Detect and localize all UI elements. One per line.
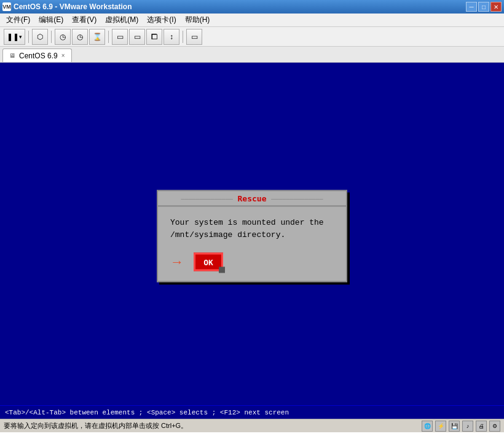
maximize-button[interactable]: □ (478, 2, 489, 12)
toolbar-separator-2 (51, 31, 52, 43)
toolbar-separator-3 (108, 31, 109, 43)
tab-close-button[interactable]: × (61, 52, 65, 59)
vm-icon: VM (2, 2, 11, 11)
snapshot-button[interactable]: ⌛ (89, 29, 105, 45)
vm-display-area[interactable]: Rescue Your system is mounted under the … (0, 63, 504, 419)
pause-icon: ❚❚ (7, 33, 19, 41)
send-key-button[interactable]: ⬡ (32, 29, 48, 45)
tab-centos69[interactable]: 🖥 CentOS 6.9 × (2, 49, 72, 62)
settings-icon: ⚙ (489, 421, 500, 432)
dialog-title: Rescue (158, 192, 346, 207)
title-bar-controls: ─ □ ✕ (466, 2, 502, 12)
rescue-dialog: Rescue Your system is mounted under the … (157, 190, 347, 282)
tab-label: CentOS 6.9 (19, 52, 58, 60)
stretch-icon: ↕ (170, 33, 173, 41)
tab-vm-icon: 🖥 (9, 52, 15, 59)
tab-bar: 🖥 CentOS 6.9 × (0, 47, 504, 63)
fit-button[interactable]: ⧠ (146, 29, 162, 45)
console-button[interactable]: ▭ (186, 29, 202, 45)
dialog-body-line1: Your system is mounted under the (170, 218, 324, 227)
menu-file[interactable]: 文件(F) (2, 14, 34, 26)
fullscreen-button[interactable]: ▭ (112, 29, 128, 45)
status-bar-text: <Tab>/<Alt-Tab> between elements ; <Spac… (5, 409, 289, 416)
menu-view[interactable]: 查看(V) (68, 14, 100, 26)
info-bar-text: 要将输入定向到该虚拟机，请在虚拟机内部单击或按 Ctrl+G。 (4, 421, 187, 430)
screenshot-button[interactable]: ◷ (55, 29, 71, 45)
menu-help[interactable]: 帮助(H) (181, 14, 214, 26)
title-bar-left: VM CentOS 6.9 - VMware Workstation (2, 2, 132, 11)
record-button[interactable]: ◷ (72, 29, 88, 45)
record-icon: ◷ (77, 33, 83, 41)
window-title: CentOS 6.9 - VMware Workstation (14, 2, 132, 11)
pause-button[interactable]: ❚❚ ▾ (4, 29, 25, 45)
disk-icon: 💾 (449, 421, 460, 432)
menu-tabs[interactable]: 选项卡(I) (143, 14, 179, 26)
menu-vm[interactable]: 虚拟机(M) (101, 14, 142, 26)
menu-bar: 文件(F) 编辑(E) 查看(V) 虚拟机(M) 选项卡(I) 帮助(H) (0, 14, 504, 27)
vm-status-bar: <Tab>/<Alt-Tab> between elements ; <Spac… (0, 405, 504, 419)
dialog-footer: → OK (158, 248, 346, 281)
screenshot-icon: ◷ (60, 33, 66, 41)
minimize-button[interactable]: ─ (466, 2, 477, 12)
arrow-icon: → (170, 255, 184, 269)
info-bar-icons: 🌐 ⚡ 💾 ♪ 🖨 ⚙ (422, 421, 500, 432)
unity-icon: ▭ (134, 33, 141, 41)
network-icon: 🌐 (422, 421, 433, 432)
pause-dropdown-icon: ▾ (19, 34, 22, 40)
printer-icon: 🖨 (476, 421, 487, 432)
unity-button[interactable]: ▭ (129, 29, 145, 45)
toolbar-separator-1 (28, 31, 29, 43)
toolbar-separator-4 (183, 31, 183, 43)
menu-edit[interactable]: 编辑(E) (35, 14, 67, 26)
audio-icon: ♪ (462, 421, 473, 432)
title-bar: VM CentOS 6.9 - VMware Workstation ─ □ ✕ (0, 0, 504, 14)
stretch-button[interactable]: ↕ (163, 29, 179, 45)
toolbar: ❚❚ ▾ ⬡ ◷ ◷ ⌛ ▭ ▭ ⧠ ↕ ▭ (0, 27, 504, 47)
dialog-title-text: Rescue (238, 194, 267, 203)
ok-button[interactable]: OK (194, 253, 223, 271)
snapshot-icon: ⌛ (93, 33, 102, 41)
dialog-body-line2: /mnt/sysimage directory. (170, 230, 285, 239)
fit-icon: ⧠ (151, 33, 158, 41)
dialog-body: Your system is mounted under the /mnt/sy… (158, 207, 346, 248)
fullscreen-icon: ▭ (117, 33, 124, 41)
info-bar: 要将输入定向到该虚拟机，请在虚拟机内部单击或按 Ctrl+G。 🌐 ⚡ 💾 ♪ … (0, 419, 504, 432)
console-icon: ▭ (191, 33, 198, 41)
ok-label: OK (203, 257, 213, 266)
usb-icon: ⚡ (435, 421, 446, 432)
send-key-icon: ⬡ (37, 33, 43, 41)
close-button[interactable]: ✕ (490, 2, 502, 12)
